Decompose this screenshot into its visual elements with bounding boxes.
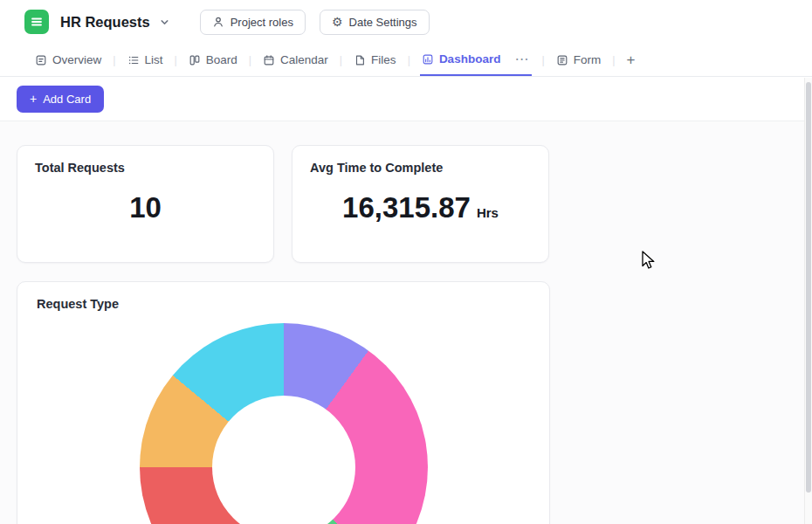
avg-time-unit: Hrs [477, 205, 499, 220]
donut-chart[interactable] [140, 323, 428, 524]
scrollbar-thumb[interactable] [806, 82, 811, 493]
date-settings-label: Date Settings [349, 16, 417, 29]
plus-icon: + [626, 52, 635, 69]
tab-label: Dashboard [439, 52, 501, 66]
tab-label: Overview [52, 53, 101, 66]
header: HR Requests Project roles ⚙ Date Setting… [0, 0, 812, 44]
tab-separator: | [340, 54, 342, 66]
list-view-icon [127, 54, 140, 66]
vertical-scrollbar[interactable] [804, 78, 812, 524]
date-settings-button[interactable]: ⚙ Date Settings [320, 10, 430, 35]
stat-cards-row: Total Requests 10 Avg Time to Complete 1… [17, 145, 804, 263]
tab-calendar[interactable]: Calendar [261, 44, 330, 76]
board-icon [189, 54, 201, 66]
more-options-icon[interactable]: ⋯ [511, 51, 532, 67]
project-list-icon [24, 10, 49, 34]
tab-separator: | [113, 54, 115, 66]
tab-bar: Overview | List | Board | Calendar | Fil… [0, 44, 812, 77]
tab-label: Form [574, 53, 602, 66]
add-card-button[interactable]: + Add Card [17, 86, 104, 113]
tab-dashboard[interactable]: Dashboard [420, 44, 503, 74]
dashboard-icon [422, 53, 434, 66]
tab-separator: | [249, 54, 251, 66]
tab-separator: | [541, 54, 544, 66]
gear-icon: ⚙ [332, 16, 343, 28]
tab-board[interactable]: Board [187, 44, 239, 76]
total-requests-card[interactable]: Total Requests 10 [17, 145, 274, 263]
tab-dashboard-group: Dashboard ⋯ [420, 44, 533, 76]
add-view-button[interactable]: + [624, 44, 637, 76]
project-roles-label: Project roles [231, 16, 293, 29]
tab-files[interactable]: Files [352, 44, 398, 76]
card-title: Total Requests [35, 161, 256, 175]
files-icon [354, 54, 366, 66]
tab-label: List [145, 53, 163, 66]
card-title: Avg Time to Complete [310, 161, 531, 175]
tab-label: Board [206, 53, 237, 66]
tab-list[interactable]: List [126, 44, 165, 76]
donut-chart-wrap [140, 323, 428, 524]
tab-separator: | [612, 54, 615, 66]
request-type-card[interactable]: Request Type [17, 281, 550, 524]
add-card-label: Add Card [43, 93, 91, 106]
form-icon [556, 54, 568, 66]
page-title: HR Requests [60, 14, 150, 31]
avg-time-value: 16,315.87 [342, 191, 471, 224]
tab-separator: | [175, 54, 177, 66]
plus-icon: + [30, 93, 37, 105]
overview-icon [35, 54, 47, 66]
tab-separator: | [408, 54, 410, 66]
dashboard-toolbar: + Add Card [0, 77, 812, 121]
calendar-icon [263, 54, 275, 66]
total-requests-value: 10 [35, 191, 256, 224]
project-roles-button[interactable]: Project roles [200, 10, 306, 35]
tab-form[interactable]: Form [554, 44, 603, 76]
dashboard-content: Total Requests 10 Avg Time to Complete 1… [0, 121, 804, 524]
card-title: Request Type [37, 297, 530, 311]
chevron-down-icon[interactable] [159, 17, 170, 28]
avg-time-card[interactable]: Avg Time to Complete 16,315.87Hrs [292, 145, 549, 263]
tab-label: Files [371, 53, 396, 66]
tab-overview[interactable]: Overview [33, 44, 103, 76]
person-icon [212, 16, 224, 28]
tab-label: Calendar [280, 53, 328, 66]
